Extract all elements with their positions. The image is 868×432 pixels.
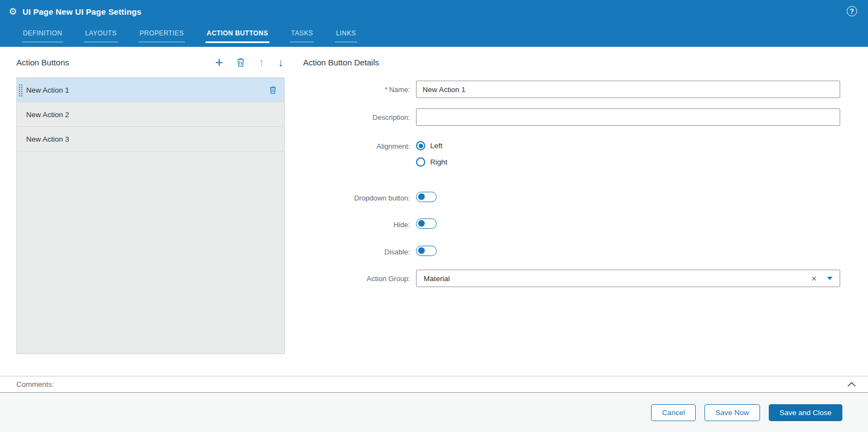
description-row: Description: [303,108,841,126]
tab-action-buttons[interactable]: ACTION BUTTONS [206,27,269,43]
action-group-label: Action Group: [303,275,410,283]
delete-action-button[interactable] [237,58,245,67]
disable-label: Disable: [303,248,410,256]
disable-row: Disable: [303,246,841,258]
tab-layouts[interactable]: LAYOUTS [84,27,118,42]
chevron-up-icon [847,382,856,387]
move-up-button[interactable]: ↑ [258,57,264,68]
list-item-label: New Action 2 [26,111,69,119]
help-icon[interactable]: ? [847,6,857,16]
disable-toggle[interactable] [416,246,437,256]
list-toolbar: + ↑ ↓ [215,56,284,69]
clear-icon[interactable]: × [811,274,817,283]
action-group-select[interactable]: Material × [416,270,840,287]
comments-bar: Comments: [0,376,868,393]
list-item-label: New Action 1 [26,86,69,94]
dropdown-button-toggle[interactable] [416,192,437,202]
tab-definition[interactable]: DEFINITION [22,27,63,42]
details-title: Action Button Details [303,58,841,68]
alignment-label: Alignment: [303,141,410,150]
save-now-button[interactable]: Save Now [704,404,760,421]
chevron-down-icon[interactable] [827,277,833,280]
add-action-button[interactable]: + [215,56,223,69]
list-item[interactable]: New Action 2 [17,102,284,127]
collapse-comments-button[interactable] [847,382,856,387]
move-down-button[interactable]: ↓ [278,57,284,68]
list-item-label: New Action 3 [26,135,69,143]
alignment-row: Alignment: Left Right [303,141,841,174]
tab-bar: DEFINITION LAYOUTS PROPERTIES ACTION BUT… [0,23,868,47]
name-row: *Name: [303,81,841,98]
required-marker: * [385,86,388,94]
footer: Cancel Save Now Save and Close [0,393,868,432]
action-button-details-panel: Action Button Details *Name: Description… [303,58,841,363]
drag-handle-icon[interactable] [19,84,23,97]
comments-label: Comments: [16,380,54,388]
action-group-row: Action Group: Material × [303,270,841,287]
name-label: *Name: [303,86,410,94]
alignment-option-left[interactable]: Left [416,141,448,150]
tab-tasks[interactable]: TASKS [290,27,314,42]
radio-icon[interactable] [416,141,425,150]
action-buttons-list: New Action 1 New Action 2 New Action 3 [16,77,285,354]
alignment-option-right[interactable]: Right [416,157,448,167]
hide-label: Hide: [303,221,410,229]
description-input[interactable] [416,108,840,126]
action-buttons-panel: Action Buttons + ↑ ↓ New Action 1 [16,58,285,354]
list-item[interactable]: New Action 1 [17,78,284,102]
dropdown-button-label: Dropdown button: [303,194,410,202]
action-group-value: Material [424,275,811,283]
hide-toggle[interactable] [416,218,437,229]
gear-icon: ⚙ [9,7,17,16]
tab-links[interactable]: LINKS [335,27,357,42]
radio-label: Left [430,142,443,150]
cancel-button[interactable]: Cancel [651,404,696,421]
page-title: UI Page New UI Page Settings [22,7,141,16]
name-input[interactable] [416,81,840,98]
header: ⚙ UI Page New UI Page Settings ? [0,0,868,23]
dropdown-button-row: Dropdown button: [303,192,841,204]
radio-icon[interactable] [416,157,425,167]
hide-row: Hide: [303,218,841,231]
description-label: Description: [303,113,410,121]
tab-properties[interactable]: PROPERTIES [138,27,185,42]
row-delete-button[interactable] [269,86,276,94]
trash-icon [237,58,245,67]
app-window: ⚙ UI Page New UI Page Settings ? DEFINIT… [0,0,868,432]
list-item[interactable]: New Action 3 [17,127,284,151]
trash-icon [269,86,276,94]
radio-label: Right [430,158,448,166]
save-and-close-button[interactable]: Save and Close [769,404,842,421]
